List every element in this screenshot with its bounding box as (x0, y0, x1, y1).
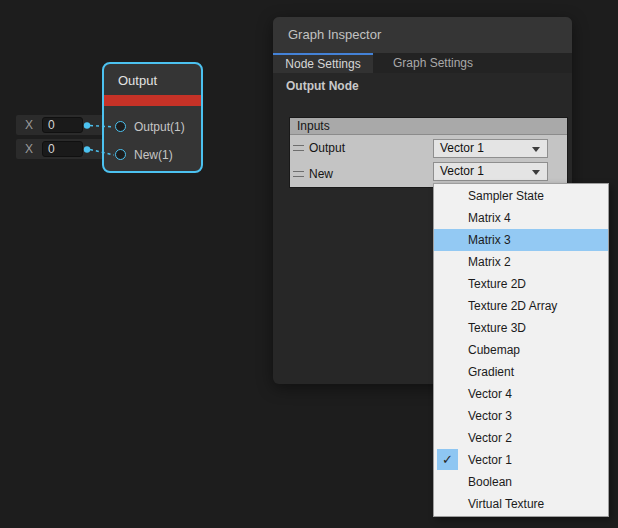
menu-item-texture-2d-array[interactable]: Texture 2D Array (434, 295, 608, 317)
input-name-output: Output (309, 135, 345, 161)
axis-x-label: X (25, 118, 33, 132)
menu-item-texture-3d[interactable]: Texture 3D (434, 317, 608, 339)
port-value-field-1[interactable]: 0 (42, 117, 83, 133)
chevron-down-icon (532, 147, 540, 152)
port-default-input-2: X 0 (16, 139, 107, 159)
menu-item-matrix-2[interactable]: Matrix 2 (434, 251, 608, 273)
menu-item-vector-4[interactable]: Vector 4 (434, 383, 608, 405)
menu-item-boolean[interactable]: Boolean (434, 471, 608, 493)
node-settings-section-title: Output Node (286, 79, 359, 93)
menu-item-vector-3[interactable]: Vector 3 (434, 405, 608, 427)
menu-item-vector-2[interactable]: Vector 2 (434, 427, 608, 449)
type-dropdown-output-value: Vector 1 (440, 141, 484, 155)
menu-item-texture-2d[interactable]: Texture 2D (434, 273, 608, 295)
input-port-new-label: New(1) (134, 148, 173, 162)
menu-item-matrix-3[interactable]: Matrix 3 (434, 229, 608, 251)
graph-inspector-header[interactable]: Graph Inspector (273, 17, 572, 53)
menu-item-virtual-texture[interactable]: Virtual Texture (434, 493, 608, 515)
inputs-reorderable-list: Inputs Output Vector 1 New Vector 1 (289, 117, 568, 188)
type-dropdown-new[interactable]: Vector 1 (433, 162, 548, 181)
inputs-list-header: Inputs (290, 118, 567, 135)
menu-item-sampler-state[interactable]: Sampler State (434, 185, 608, 207)
checkmark-icon: ✓ (437, 449, 458, 470)
input-port-output-icon[interactable] (115, 121, 126, 132)
menu-item-cubemap[interactable]: Cubemap (434, 339, 608, 361)
type-dropdown-new-value: Vector 1 (440, 164, 484, 178)
graph-inspector-title: Graph Inspector (288, 17, 381, 53)
node-title: Output (118, 73, 157, 88)
port-value-field-2[interactable]: 0 (42, 141, 83, 157)
inspector-tab-strip: Node Settings Graph Settings (273, 53, 572, 73)
drag-handle-icon[interactable] (293, 145, 304, 151)
inputs-list-row-output: Output Vector 1 (290, 135, 567, 161)
drag-handle-icon[interactable] (293, 171, 304, 177)
input-name-new: New (309, 161, 333, 187)
shader-graph-window: X 0 X 0 Output Output(1) New(1) Graph In… (0, 0, 618, 528)
menu-item-gradient[interactable]: Gradient (434, 361, 608, 383)
menu-item-vector-1[interactable]: ✓Vector 1 (434, 449, 608, 471)
tab-node-settings[interactable]: Node Settings (273, 53, 373, 73)
type-dropdown-menu: Sampler State Matrix 4 Matrix 3 Matrix 2… (433, 183, 609, 517)
type-dropdown-output[interactable]: Vector 1 (433, 139, 548, 158)
menu-item-vector-1-label: Vector 1 (468, 453, 512, 467)
port-default-input-1: X 0 (16, 115, 107, 135)
output-node[interactable]: Output Output(1) New(1) (102, 62, 203, 173)
input-port-output-label: Output(1) (134, 120, 185, 134)
menu-item-matrix-4[interactable]: Matrix 4 (434, 207, 608, 229)
input-port-new-icon[interactable] (115, 149, 126, 160)
node-color-bar (104, 95, 201, 106)
chevron-down-icon (532, 170, 540, 175)
tab-graph-settings[interactable]: Graph Settings (373, 53, 493, 73)
axis-x-label: X (25, 142, 33, 156)
